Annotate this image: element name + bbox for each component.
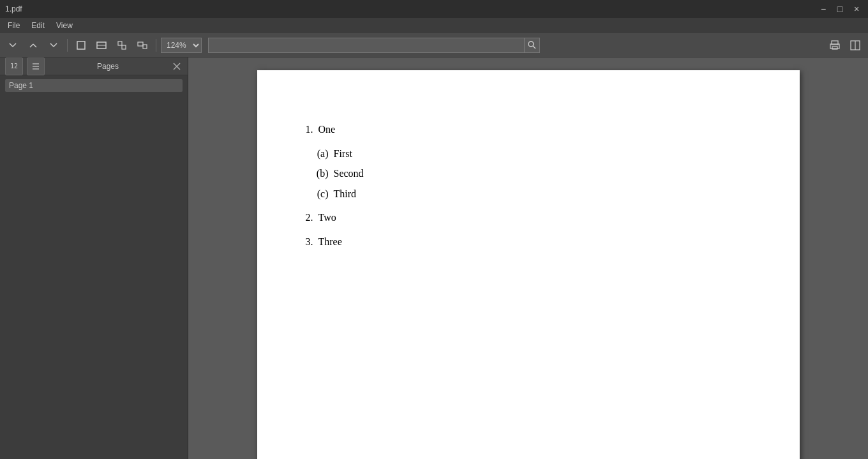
list-item-2: 2. Two bbox=[296, 209, 761, 226]
sidebar-close-button[interactable] bbox=[171, 61, 183, 72]
svg-rect-17 bbox=[832, 47, 837, 49]
nav-up-icon[interactable] bbox=[24, 36, 42, 54]
page-list-button[interactable] bbox=[27, 57, 45, 75]
sub-text-1a: First bbox=[334, 146, 352, 162]
titlebar: 1.pdf − □ × bbox=[0, 0, 868, 18]
page-thumbnail-button[interactable]: 12 bbox=[5, 57, 23, 75]
toolbar-right bbox=[826, 36, 864, 54]
maximize-button[interactable]: □ bbox=[834, 3, 846, 15]
svg-line-0 bbox=[10, 43, 13, 47]
sub-item-1c: (c) Third bbox=[308, 186, 761, 202]
list-item-1: 1. One bbox=[296, 121, 761, 138]
window-title: 1.pdf bbox=[5, 4, 22, 13]
zoom-dropdown[interactable]: 124% 50% 75% 100% 150% 200% bbox=[161, 38, 202, 53]
list-text-3: Three bbox=[318, 234, 342, 250]
zoom-select-icon[interactable] bbox=[133, 36, 151, 54]
svg-rect-6 bbox=[77, 41, 85, 49]
fit-width-icon[interactable] bbox=[93, 36, 110, 54]
svg-line-1 bbox=[13, 43, 16, 47]
svg-line-14 bbox=[533, 46, 535, 49]
toolbar: 124% 50% 75% 100% 150% 200% bbox=[0, 33, 868, 57]
print-button[interactable] bbox=[826, 36, 844, 54]
sub-item-1b: (b) Second bbox=[308, 165, 761, 182]
svg-rect-9 bbox=[118, 41, 122, 45]
pdf-viewer[interactable]: 1. One (a) First (b) Second (c) Thir bbox=[188, 57, 868, 459]
list-text-2: Two bbox=[318, 209, 336, 226]
svg-line-3 bbox=[33, 44, 36, 47]
pdf-content: 1. One (a) First (b) Second (c) Thir bbox=[296, 121, 761, 250]
svg-rect-12 bbox=[143, 45, 147, 49]
svg-line-2 bbox=[30, 44, 33, 47]
sub-text-1b: Second bbox=[334, 165, 364, 182]
sidebar-title: Pages bbox=[97, 62, 119, 71]
svg-line-5 bbox=[54, 43, 57, 47]
pdf-page: 1. One (a) First (b) Second (c) Thir bbox=[257, 70, 800, 459]
sidebar: 12 Pages Page 1 bbox=[0, 57, 188, 459]
sidebar-content: Page 1 bbox=[0, 75, 188, 459]
list-num-2: 2. bbox=[296, 209, 318, 226]
sub-list-1: (a) First (b) Second (c) Third bbox=[308, 146, 761, 202]
list-item-3: 3. Three bbox=[296, 234, 761, 250]
list-num-1: 1. bbox=[296, 121, 318, 138]
sub-label-1a: (a) bbox=[308, 146, 334, 162]
search-input[interactable] bbox=[208, 38, 525, 53]
list-num-3: 3. bbox=[296, 234, 318, 250]
sub-text-1c: Third bbox=[334, 186, 357, 202]
zoom-mode-icon[interactable] bbox=[113, 36, 131, 54]
svg-point-13 bbox=[528, 41, 534, 47]
svg-rect-11 bbox=[138, 42, 143, 46]
menubar: File Edit View bbox=[0, 18, 868, 33]
search-button[interactable] bbox=[525, 38, 540, 53]
back-icon[interactable] bbox=[4, 36, 22, 54]
nav-down-icon[interactable] bbox=[45, 36, 63, 54]
main-area: 12 Pages Page 1 1. One bbox=[0, 57, 868, 459]
split-view-button[interactable] bbox=[846, 36, 864, 54]
fit-page-icon[interactable] bbox=[72, 36, 90, 54]
svg-rect-10 bbox=[122, 45, 126, 49]
search-container bbox=[208, 38, 540, 53]
menu-edit[interactable]: Edit bbox=[26, 20, 50, 31]
minimize-button[interactable]: − bbox=[817, 3, 830, 15]
list-text-1: One bbox=[318, 121, 336, 138]
sidebar-header: 12 Pages bbox=[0, 57, 188, 75]
close-button[interactable]: × bbox=[850, 3, 863, 15]
menu-file[interactable]: File bbox=[3, 20, 25, 31]
menu-view[interactable]: View bbox=[51, 20, 78, 31]
separator-1 bbox=[67, 39, 68, 52]
svg-line-4 bbox=[50, 43, 54, 47]
window-controls: − □ × bbox=[817, 3, 863, 15]
separator-2 bbox=[156, 39, 156, 52]
sub-item-1a: (a) First bbox=[308, 146, 761, 162]
sub-label-1b: (b) bbox=[308, 165, 334, 182]
page-1-item[interactable]: Page 1 bbox=[5, 79, 183, 92]
sub-label-1c: (c) bbox=[308, 186, 334, 202]
